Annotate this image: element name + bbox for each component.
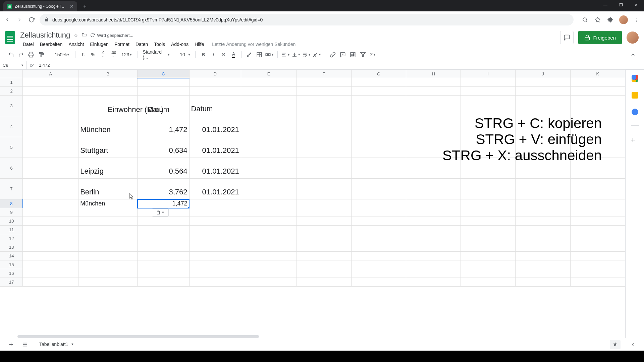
cell-I9[interactable] [461, 208, 516, 217]
cell-D15[interactable] [189, 260, 241, 269]
comment-button[interactable] [338, 50, 347, 59]
cell-G15[interactable] [351, 260, 406, 269]
number-format-select[interactable]: 123▼ [119, 50, 134, 59]
cell-F10[interactable] [297, 217, 351, 226]
cell-A16[interactable] [23, 269, 78, 278]
star-icon[interactable]: ☆ [73, 32, 78, 39]
borders-button[interactable] [255, 50, 264, 59]
cell-F16[interactable] [297, 269, 351, 278]
cell-A4[interactable] [23, 116, 78, 137]
cell-E5[interactable] [241, 137, 297, 158]
cell-D4[interactable]: 01.01.2021 [189, 116, 241, 137]
row-header-6[interactable]: 6 [0, 158, 23, 179]
cell-G11[interactable] [351, 226, 406, 234]
cell-B6[interactable]: Leipzig [78, 158, 138, 179]
cell-J8[interactable] [516, 199, 570, 208]
cell-D8[interactable] [189, 199, 241, 208]
cell-F1[interactable] [297, 78, 351, 87]
col-header-H[interactable]: H [406, 70, 461, 78]
cell-K15[interactable] [570, 260, 625, 269]
row-header-14[interactable]: 14 [0, 252, 23, 260]
cell-E13[interactable] [241, 243, 297, 252]
row-header-12[interactable]: 12 [0, 234, 23, 243]
url-bar[interactable]: docs.google.com/spreadsheets/d/1L0CRXrgx… [40, 14, 574, 25]
cell-G4[interactable] [351, 116, 406, 137]
col-header-G[interactable]: G [351, 70, 406, 78]
cell-F7[interactable] [297, 179, 351, 199]
cell-C10[interactable] [138, 217, 189, 226]
row-header-5[interactable]: 5 [0, 137, 23, 158]
cell-E8[interactable] [241, 199, 297, 208]
cell-F14[interactable] [297, 252, 351, 260]
cell-K8[interactable] [570, 199, 625, 208]
cell-H13[interactable] [406, 243, 461, 252]
cell-F9[interactable] [297, 208, 351, 217]
cell-J2[interactable] [516, 87, 570, 96]
cell-D16[interactable] [189, 269, 241, 278]
sheet-tab[interactable]: Tabellenblatt1▼ [35, 340, 78, 349]
row-header-7[interactable]: 7 [0, 179, 23, 199]
add-sheet-button[interactable]: + [7, 340, 15, 349]
window-close[interactable]: ✕ [629, 0, 644, 10]
cell-F11[interactable] [297, 226, 351, 234]
cell-I11[interactable] [461, 226, 516, 234]
menu-insert[interactable]: Einfügen [87, 40, 111, 48]
decrease-decimal-button[interactable]: .0← [99, 50, 108, 59]
cell-A6[interactable] [23, 158, 78, 179]
cell-D10[interactable] [189, 217, 241, 226]
browser-profile-avatar[interactable] [619, 15, 628, 24]
cell-J13[interactable] [516, 243, 570, 252]
cell-J12[interactable] [516, 234, 570, 243]
cell-F2[interactable] [297, 87, 351, 96]
italic-button[interactable]: I [209, 50, 218, 59]
tab-close-icon[interactable]: ✕ [70, 4, 74, 9]
strike-button[interactable]: S [219, 50, 228, 59]
cell-G2[interactable] [351, 87, 406, 96]
cell-D2[interactable] [189, 87, 241, 96]
cell-C13[interactable] [138, 243, 189, 252]
cell-K2[interactable] [570, 87, 625, 96]
nav-back-icon[interactable] [3, 16, 11, 24]
cell-K12[interactable] [570, 234, 625, 243]
cell-K1[interactable] [570, 78, 625, 87]
filter-button[interactable] [359, 50, 367, 59]
cell-D17[interactable] [189, 278, 241, 287]
cell-J14[interactable] [516, 252, 570, 260]
cell-F3[interactable] [297, 96, 351, 116]
cell-K10[interactable] [570, 217, 625, 226]
cell-I3[interactable] [461, 96, 516, 116]
name-box[interactable]: C8▼ [0, 61, 27, 69]
cell-J3[interactable] [516, 96, 570, 116]
comments-button[interactable] [560, 31, 574, 44]
cell-H15[interactable] [406, 260, 461, 269]
cell-B8[interactable]: München [78, 199, 138, 208]
cell-C12[interactable] [138, 234, 189, 243]
cell-K11[interactable] [570, 226, 625, 234]
cell-J16[interactable] [516, 269, 570, 278]
redo-button[interactable] [17, 50, 25, 59]
row-header-10[interactable]: 10 [0, 217, 23, 226]
row-header-9[interactable]: 9 [0, 208, 23, 217]
cell-B16[interactable] [78, 269, 138, 278]
cell-K13[interactable] [570, 243, 625, 252]
cell-I7[interactable] [461, 179, 516, 199]
cell-B1[interactable] [78, 78, 138, 87]
cell-I10[interactable] [461, 217, 516, 226]
cell-G8[interactable] [351, 199, 406, 208]
cell-I12[interactable] [461, 234, 516, 243]
paint-format-button[interactable] [37, 50, 46, 59]
cell-B9[interactable] [78, 208, 138, 217]
halign-button[interactable]: ▼ [281, 50, 290, 59]
cell-J1[interactable] [516, 78, 570, 87]
cell-F6[interactable] [297, 158, 351, 179]
cell-D1[interactable] [189, 78, 241, 87]
cell-F12[interactable] [297, 234, 351, 243]
cell-B13[interactable] [78, 243, 138, 252]
cell-K3[interactable] [570, 96, 625, 116]
formula-bar[interactable]: 1,472 [37, 63, 50, 68]
cell-D12[interactable] [189, 234, 241, 243]
cell-D7[interactable]: 01.01.2021 [189, 179, 241, 199]
cell-B14[interactable] [78, 252, 138, 260]
cell-E11[interactable] [241, 226, 297, 234]
add-addon-icon[interactable]: + [631, 136, 639, 144]
